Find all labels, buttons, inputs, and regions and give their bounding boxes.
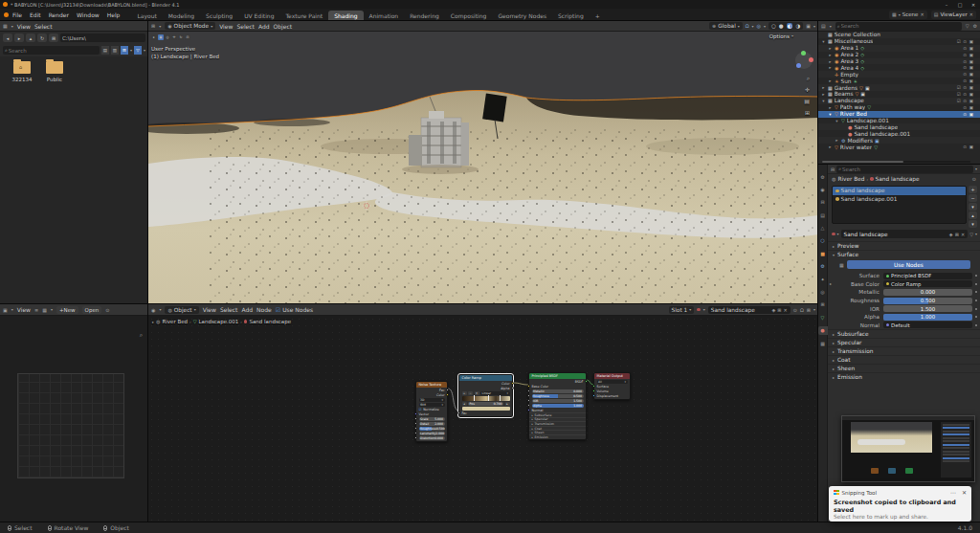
- hide-eye-icon[interactable]: ⊙: [963, 99, 967, 103]
- render-camera-icon[interactable]: ▣: [969, 92, 973, 97]
- vp-menu-select[interactable]: Select: [236, 23, 255, 30]
- maximize-button[interactable]: □: [953, 0, 967, 9]
- scene-selector[interactable]: ▦ ▾ Scene ✕: [889, 11, 927, 19]
- detail-slider[interactable]: Detail2.000: [419, 422, 445, 426]
- hamburger-icon[interactable]: ≡: [34, 307, 38, 313]
- tab-view-layer-icon[interactable]: ▤: [818, 211, 828, 219]
- fb-search-input[interactable]: [9, 48, 98, 54]
- folder-item[interactable]: Public: [40, 61, 69, 82]
- expand-icon[interactable]: ▸: [835, 138, 839, 143]
- roughness-slider[interactable]: Roughness0.500: [419, 427, 445, 431]
- render-camera-icon[interactable]: ▣: [969, 39, 973, 44]
- tree-item-empty[interactable]: ✛Empty⊙▣: [818, 71, 980, 78]
- base-color-input[interactable]: Color Ramp: [883, 280, 972, 287]
- filter-icon[interactable]: ▽: [966, 23, 969, 29]
- unlink-icon[interactable]: ✕: [969, 11, 973, 17]
- img-menu-view[interactable]: View: [17, 306, 31, 313]
- path-field[interactable]: [60, 33, 145, 42]
- tab-render-icon[interactable]: ◉: [818, 185, 828, 193]
- pin-icon[interactable]: ⊙: [105, 307, 109, 313]
- tree-item-sun[interactable]: ▸☀Sun☀⊙▣: [818, 78, 980, 84]
- target-dropdown[interactable]: All▾: [597, 380, 628, 384]
- menu-help[interactable]: Help: [103, 11, 124, 18]
- fac-input-socket[interactable]: [457, 411, 460, 414]
- expand-icon[interactable]: ▸: [821, 92, 826, 97]
- shader-type-selector[interactable]: ◍ Object ▾: [165, 306, 198, 314]
- alpha-slider[interactable]: 1.000: [883, 314, 972, 321]
- dimensions-dropdown[interactable]: 3D▾: [419, 398, 445, 402]
- interpolation-dropdown[interactable]: Linear▾: [480, 391, 510, 395]
- tree-item-area2[interactable]: ▸◉Area 2◇⊙▣: [818, 52, 980, 58]
- snipping-tool-notification[interactable]: Snipping Tool ⋯ ✕ Screenshot copied to c…: [829, 486, 971, 522]
- tree-item-landscape[interactable]: ▾▦Landscape☑⊙▣: [818, 98, 980, 104]
- outliner-search-field[interactable]: ⌕: [835, 22, 962, 31]
- move-slot-up-button[interactable]: ▴: [969, 211, 977, 219]
- tab-material-icon[interactable]: ●: [818, 326, 828, 335]
- material-slot-item[interactable]: Sand landscape: [833, 187, 966, 195]
- menu-window[interactable]: Window: [73, 11, 103, 18]
- chevron-right-icon[interactable]: ▸: [152, 320, 154, 324]
- ior-slider[interactable]: 1.500: [883, 305, 972, 312]
- overlay-icon[interactable]: ⊞: [807, 307, 811, 313]
- image-datablock-icon[interactable]: ▦: [42, 307, 47, 313]
- hide-eye-icon[interactable]: ⊙: [963, 65, 967, 70]
- add-workspace-button[interactable]: +: [590, 11, 606, 21]
- mode-selector[interactable]: ◉ Object Mode ▾: [165, 22, 215, 30]
- color-output-socket[interactable]: [446, 393, 449, 396]
- hide-eye-icon[interactable]: ⊙: [963, 112, 967, 117]
- add-slot-button[interactable]: +: [969, 186, 977, 193]
- expand-icon[interactable]: ▸: [828, 46, 833, 51]
- new-material-icon[interactable]: ⊞: [955, 232, 959, 237]
- outliner-options-icon[interactable]: ⚙: [973, 23, 977, 29]
- minimize-button[interactable]: –: [940, 0, 953, 9]
- tab-rendering[interactable]: Rendering: [404, 11, 445, 21]
- menu-render[interactable]: Render: [45, 11, 73, 18]
- hide-eye-icon[interactable]: ⊙: [963, 53, 967, 57]
- transmission-panel[interactable]: ▸Transmission: [828, 346, 980, 355]
- displacement-input-socket[interactable]: [592, 394, 595, 397]
- refresh-button[interactable]: ↻: [37, 33, 47, 42]
- slot-selector[interactable]: Slot 1 ▾: [669, 306, 695, 314]
- remove-stop-button[interactable]: −: [468, 391, 473, 395]
- specular-panel[interactable]: ▸Specular: [828, 338, 980, 346]
- se-menu-add[interactable]: Add: [241, 306, 253, 313]
- properties-editor-icon[interactable]: ⊟: [831, 167, 835, 172]
- menu-edit[interactable]: Edit: [26, 11, 45, 18]
- exclude-checkbox-icon[interactable]: ☑: [957, 39, 961, 44]
- shader-editor[interactable]: ◉ ▾ ◍ Object ▾ View Select Add Node ☑ Us…: [148, 304, 818, 522]
- color-ramp-node[interactable]: Color Ramp Color Alpha + − ▾ Linear▾ ◂ P…: [458, 374, 513, 417]
- notification-more-icon[interactable]: ⋯: [950, 489, 956, 496]
- fake-user-shield-icon[interactable]: ◈: [771, 307, 775, 313]
- base-color-input-socket[interactable]: [527, 385, 530, 388]
- tab-tool-icon[interactable]: ⚙: [818, 172, 828, 181]
- file-browser-editor-icon[interactable]: ▦: [3, 23, 8, 29]
- normal-input-socket[interactable]: [527, 409, 530, 411]
- vp-menu-view[interactable]: View: [219, 23, 233, 30]
- hide-eye-icon[interactable]: ⊙: [963, 85, 967, 90]
- expand-icon[interactable]: ▸: [828, 53, 833, 57]
- fb-search-field[interactable]: ⌕: [3, 46, 100, 55]
- vp-menu-add[interactable]: Add: [258, 23, 270, 30]
- volume-input-socket[interactable]: [592, 389, 595, 392]
- emission-section[interactable]: ▸Emission: [529, 434, 586, 439]
- ior-slider[interactable]: IOR1.500: [532, 399, 584, 403]
- tab-geometry-nodes[interactable]: Geometry Nodes: [492, 11, 552, 21]
- tree-item-beams[interactable]: ▸▦Beams▽▣☑⊙▣: [818, 91, 980, 98]
- tree-item-modifiers[interactable]: ▸⚙Modifiers▣: [818, 137, 980, 144]
- fac-output-socket[interactable]: [446, 389, 449, 391]
- viewport-3d[interactable]: ⊞ ▾ ◉ Object Mode ▾ View Select Add Obje…: [148, 21, 818, 304]
- move-tool-icon[interactable]: ✛: [171, 34, 177, 40]
- tree-item-river-bed[interactable]: ▾▽River Bed⊙▣: [818, 111, 980, 118]
- back-button[interactable]: ◂: [3, 33, 12, 42]
- exclude-checkbox-icon[interactable]: ☑: [957, 99, 961, 103]
- scale-tool-icon[interactable]: ⊟: [185, 34, 190, 40]
- tree-item-miscellaneous[interactable]: ▾▦Miscellaneous☑⊙▣: [818, 38, 980, 45]
- tree-item-gardens[interactable]: ▸▦Gardens▽▣☑⊙▣: [818, 84, 980, 91]
- camera-view-icon[interactable]: ▤: [804, 98, 810, 104]
- unlink-icon[interactable]: ✕: [920, 11, 924, 17]
- hide-eye-icon[interactable]: ⊙: [963, 144, 967, 149]
- tab-animation[interactable]: Animation: [364, 11, 405, 21]
- tree-item-path-way[interactable]: ▸▽Path way▽⊙▣: [818, 104, 980, 111]
- toolbar-expand-icon[interactable]: ▸: [151, 34, 157, 40]
- stop-color-swatch[interactable]: [462, 407, 510, 411]
